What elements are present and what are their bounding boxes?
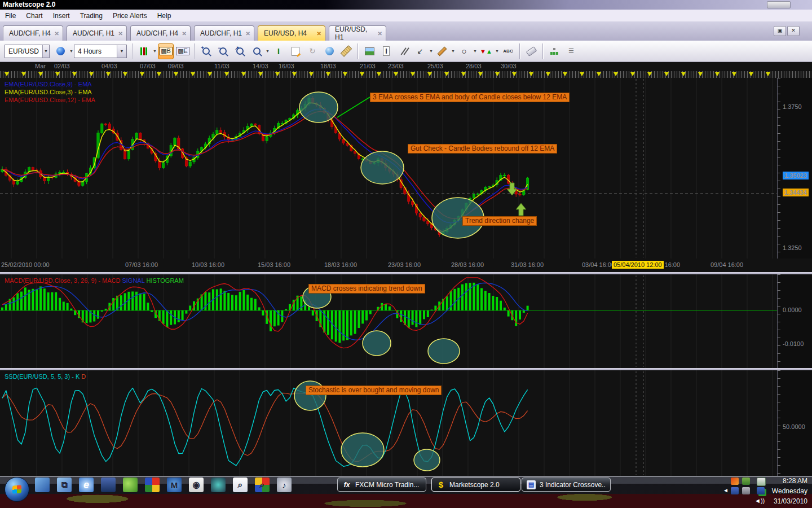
window-close-button[interactable]: ✕ xyxy=(787,26,800,36)
zoom-back-button[interactable]: ↗ xyxy=(232,43,248,59)
tab-aud-chf-h1[interactable]: AUD/CHF, H1✕ xyxy=(194,25,254,41)
tray-icon-alert[interactable] xyxy=(731,478,739,485)
menu-item-price-alerts[interactable]: Price Alerts xyxy=(108,10,152,21)
tab-aud-chf-h4[interactable]: AUD/CHF, H4✕ xyxy=(130,25,191,41)
chart-type-dropdown[interactable]: ▼ xyxy=(152,44,157,59)
edit-note-button[interactable] xyxy=(288,43,303,59)
world-view-button[interactable] xyxy=(321,43,337,59)
annotation-label[interactable]: Trend direction change xyxy=(462,216,537,226)
list-toggle-button[interactable]: ☰ xyxy=(563,43,579,59)
menu-item-insert[interactable]: Insert xyxy=(48,10,75,21)
quicklaunch-display-settings-icon[interactable] xyxy=(101,478,116,492)
tray-volume-icon[interactable]: ◄)) xyxy=(754,497,765,504)
market-globe-dropdown[interactable]: ▼ xyxy=(69,44,74,59)
quicklaunch-windows-search-icon[interactable]: ⌕ xyxy=(255,478,270,492)
ellipse-dropdown[interactable]: ▼ xyxy=(473,44,478,59)
marker-tool-button[interactable]: ▼▲ xyxy=(478,43,494,59)
tray-power-icon[interactable] xyxy=(757,478,766,486)
annotation-label[interactable]: 3 EMA crosses 5 EMA and body of Candle c… xyxy=(370,93,570,102)
quicklaunch-media-player-icon[interactable]: ♪ xyxy=(277,478,292,492)
tile-window-layout-button[interactable]: ▩E xyxy=(175,43,191,59)
taskbar-button-2[interactable]: $Marketscope 2.0 xyxy=(431,478,520,492)
clock-date[interactable]: 31/03/2010 xyxy=(774,497,807,505)
taskbar-button-3[interactable]: ▤3 Indicator Crossove... xyxy=(522,478,611,492)
insert-image-button[interactable] xyxy=(361,43,377,59)
marker-dropdown[interactable]: ▼ xyxy=(495,44,500,59)
tab-close-icon[interactable]: ✕ xyxy=(182,30,187,37)
macd-panel[interactable]: MACD(EUR/USD.Close, 3, 26, 9) - MACD SIG… xyxy=(0,274,812,368)
legend-entry: K xyxy=(76,373,81,380)
single-window-layout-button[interactable]: ▩B xyxy=(158,43,174,59)
refresh-button[interactable]: ↻ xyxy=(304,43,320,59)
zoom-in-button[interactable]: + xyxy=(198,43,214,59)
stochastic-panel[interactable]: SSD(EUR/USD, 5, 5, 3) - K D 50.0000 Stoc… xyxy=(0,370,812,476)
trendline-tool-button[interactable]: ↙ xyxy=(412,43,428,59)
annotation-label[interactable]: Gut Check - Candle Bodies rebound off 12… xyxy=(408,144,557,154)
price-badge: 1.34434 xyxy=(783,189,809,196)
tab-close-icon[interactable]: ✕ xyxy=(317,30,321,37)
taskbar-button-1[interactable]: fxFXCM Micro Tradin... xyxy=(337,478,426,492)
quicklaunch-avg-antivirus-icon[interactable] xyxy=(145,478,160,492)
tray-icon-user[interactable] xyxy=(742,487,750,494)
ellipse-tool-button[interactable]: ○ xyxy=(456,43,472,59)
window-restore-button[interactable]: ▣ xyxy=(774,26,786,36)
tab-close-icon[interactable]: ✕ xyxy=(378,30,382,37)
menu-item-trading[interactable]: Trading xyxy=(75,10,108,21)
quicklaunch-internet-explorer-icon[interactable]: e xyxy=(79,478,94,492)
chevron-down-icon[interactable]: ▼ xyxy=(42,45,49,58)
tab-close-icon[interactable]: ✕ xyxy=(246,30,250,37)
tab-close-icon[interactable]: ✕ xyxy=(55,30,59,37)
eraser-button[interactable] xyxy=(523,43,539,59)
bottom-axis-label: 18/03 16:00 xyxy=(324,261,357,268)
spellcheck-button[interactable]: ABC xyxy=(500,43,516,59)
structure-button[interactable] xyxy=(546,43,562,59)
quicklaunch-messenger-icon[interactable] xyxy=(123,478,138,492)
tray-icon-photo[interactable] xyxy=(742,478,750,485)
tray-network-icon[interactable] xyxy=(757,487,765,494)
chevron-down-icon[interactable]: ▼ xyxy=(117,45,126,58)
parallel-lines-tool-button[interactable] xyxy=(395,43,411,59)
quicklaunch-eye-app-icon[interactable]: ◉ xyxy=(189,478,204,492)
zoom-out-button[interactable]: − xyxy=(215,43,231,59)
quicklaunch-doc-search-icon[interactable]: ⌕ xyxy=(233,478,248,492)
menu-item-help[interactable]: Help xyxy=(152,10,176,21)
quicklaunch-show-desktop-icon[interactable] xyxy=(35,478,50,492)
menu-item-chart[interactable]: Chart xyxy=(21,10,47,21)
market-globe-button[interactable] xyxy=(52,43,68,59)
chart-type-button[interactable] xyxy=(136,43,152,59)
price-chart-panel[interactable]: EMA(EUR/USD.Close,9) - EMA EMA(EUR/USD.C… xyxy=(0,78,812,259)
tab-eur-usd-h4[interactable]: EUR/USD, H4✕ xyxy=(258,25,325,41)
trendline-dropdown[interactable]: ▼ xyxy=(429,44,434,59)
symbol-combobox[interactable]: EUR/USD ▼ xyxy=(5,45,50,58)
timeline-ruler[interactable] xyxy=(0,71,812,78)
stochastic-axis[interactable]: 50.0000 xyxy=(777,370,812,476)
annotation-label[interactable]: Stochastic is over bought and moving dow… xyxy=(306,386,442,395)
pencil-dropdown[interactable]: ▼ xyxy=(451,44,456,59)
tab-aud-chf-h4[interactable]: AUD/CHF, H4✕ xyxy=(3,25,63,41)
clock-day[interactable]: Wednesday xyxy=(772,487,807,495)
macd-axis[interactable]: 0.0000-0.0100 xyxy=(777,274,812,368)
tab-eur-usd-h1[interactable]: EUR/USD, H1✕ xyxy=(329,25,386,41)
tabbar: ▣ ✕ AUD/CHF, H4✕AUD/CHF, H1✕AUD/CHF, H4✕… xyxy=(0,21,812,41)
price-axis[interactable]: 1.37501.32501.350231.34434 xyxy=(777,78,812,259)
zoom-area-button[interactable] xyxy=(249,43,264,59)
tray-icon-books[interactable] xyxy=(731,487,739,494)
pencil-tool-button[interactable] xyxy=(434,43,450,59)
ruler-tool-button[interactable] xyxy=(338,43,354,59)
tray-overflow-chevron[interactable]: ◄ xyxy=(723,487,729,493)
titlebar-widget[interactable] xyxy=(767,1,791,8)
fit-vertical-button[interactable]: I xyxy=(271,43,286,59)
quicklaunch-m-app-icon[interactable]: M xyxy=(167,478,182,492)
annotation-label[interactable]: MACD crosses indicating trend down xyxy=(308,284,425,294)
quicklaunch-flip-3d-icon[interactable]: ⧉ xyxy=(57,478,72,492)
start-button[interactable] xyxy=(5,477,29,502)
timeframe-combobox[interactable]: 4 Hours ▼ xyxy=(74,45,127,58)
tab-close-icon[interactable]: ✕ xyxy=(118,30,123,37)
menu-item-file[interactable]: File xyxy=(0,10,21,21)
tab-aud-chf-h1[interactable]: AUD/CHF, H1✕ xyxy=(67,25,127,41)
text-tool-button[interactable]: I xyxy=(378,43,394,59)
price-chart-canvas[interactable] xyxy=(0,78,777,259)
zoom-area-dropdown[interactable]: ▼ xyxy=(265,44,270,59)
clock-time[interactable]: 8:28 AM xyxy=(783,477,807,485)
quicklaunch-camera-app-icon[interactable] xyxy=(211,478,226,492)
